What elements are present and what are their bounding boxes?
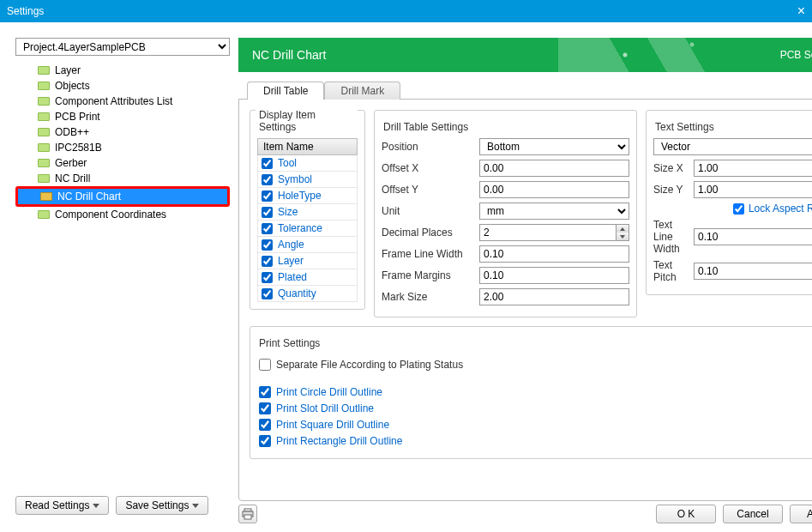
print-square-checkbox[interactable]: Print Square Drill Outline — [259, 419, 812, 431]
folder-icon — [38, 143, 50, 152]
tree-item-odb[interactable]: ODB++ — [15, 124, 230, 140]
item-name-header: Item Name — [257, 138, 358, 155]
tree-item-layer[interactable]: Layer — [15, 63, 230, 78]
folder-icon — [38, 210, 50, 219]
display-item-tolerance[interactable]: Tolerance — [257, 221, 358, 237]
save-settings-button[interactable]: Save Settings — [116, 496, 208, 515]
folder-icon — [38, 174, 50, 183]
folder-icon — [38, 128, 50, 136]
print-slot-checkbox[interactable]: Print Slot Drill Outline — [259, 402, 812, 414]
ok-button[interactable]: O K — [656, 505, 716, 523]
tab-drill-mark[interactable]: Drill Mark — [324, 82, 400, 100]
folder-icon — [38, 159, 50, 167]
separate-file-checkbox[interactable]: Separate File According to Plating Statu… — [259, 359, 812, 371]
display-item-symbol[interactable]: Symbol — [257, 172, 358, 188]
settings-tree: Layer Objects Component Attributes List … — [15, 63, 230, 489]
display-item-size[interactable]: Size — [257, 204, 358, 221]
lock-aspect-checkbox[interactable]: Lock Aspect Ratio — [733, 203, 812, 215]
cancel-button[interactable]: Cancel — [723, 505, 783, 523]
tab-drill-table[interactable]: Drill Table — [247, 82, 324, 100]
page-subtitle: PCB Setting — [780, 49, 812, 61]
print-rectangle-checkbox[interactable]: Print Rectangle Drill Outline — [259, 435, 812, 447]
display-item-tool[interactable]: Tool — [257, 155, 358, 172]
display-item-quantity[interactable]: Quantity — [257, 286, 358, 302]
text-settings-group: Text Settings Vector Size X Size Y Lock … — [646, 110, 812, 295]
close-icon[interactable]: × — [797, 3, 805, 19]
display-item-angle[interactable]: Angle — [257, 237, 358, 253]
tree-item-ipc[interactable]: IPC2581B — [15, 140, 230, 155]
unit-select[interactable]: mm — [479, 203, 629, 220]
tree-item-objects[interactable]: Objects — [15, 78, 230, 94]
tree-item-gerber[interactable]: Gerber — [15, 155, 230, 171]
text-pitch-input[interactable] — [694, 263, 812, 280]
font-select[interactable]: Vector — [653, 138, 812, 155]
mark-size-input[interactable] — [479, 288, 629, 305]
folder-open-icon — [40, 192, 52, 201]
decimal-spinner[interactable] — [616, 224, 629, 241]
banner-decoration — [558, 38, 781, 72]
apply-button[interactable]: Apply — [790, 505, 812, 523]
read-settings-button[interactable]: Read Settings — [15, 496, 109, 515]
chevron-down-icon — [93, 504, 99, 508]
display-item-holetype[interactable]: HoleType — [257, 188, 358, 204]
print-settings-group: Print Settings Separate File According t… — [250, 326, 812, 459]
print-button[interactable] — [238, 505, 257, 523]
folder-icon — [38, 97, 50, 106]
folder-icon — [38, 82, 50, 90]
decimal-places-input[interactable] — [479, 224, 616, 241]
tree-item-component-attributes[interactable]: Component Attributes List — [15, 94, 230, 109]
project-selector[interactable]: Project.4LayerSamplePCB — [15, 38, 230, 56]
tree-item-pcb-print[interactable]: PCB Print — [15, 109, 230, 124]
page-title: NC Drill Chart — [252, 48, 326, 62]
title-bar: Settings × — [0, 0, 812, 22]
drill-table-settings-group: Drill Table Settings PositionBottom Offs… — [374, 110, 637, 317]
frame-margins-input[interactable] — [479, 267, 629, 284]
highlight-annotation: NC Drill Chart — [15, 186, 230, 207]
tree-item-component-coordinates[interactable]: Component Coordinates — [15, 207, 230, 222]
frame-line-width-input[interactable] — [479, 245, 629, 263]
folder-icon — [38, 66, 50, 75]
tree-item-nc-drill[interactable]: NC Drill — [15, 171, 230, 186]
offset-x-input[interactable] — [479, 160, 629, 177]
display-item-layer[interactable]: Layer — [257, 253, 358, 269]
position-select[interactable]: Bottom — [479, 138, 629, 155]
tree-item-nc-drill-chart[interactable]: NC Drill Chart — [18, 189, 227, 204]
offset-y-input[interactable] — [479, 181, 629, 198]
chevron-down-icon — [192, 504, 199, 508]
display-item-plated[interactable]: Plated — [257, 269, 358, 286]
print-circle-checkbox[interactable]: Print Circle Drill Outline — [259, 386, 812, 398]
size-y-input[interactable] — [694, 181, 812, 198]
page-banner: NC Drill Chart PCB Setting — [238, 38, 812, 72]
window-title: Settings — [7, 5, 44, 17]
display-item-settings-group: Display Item Settings Item Name Tool Sym… — [250, 110, 365, 310]
printer-icon — [242, 508, 254, 520]
text-line-width-input[interactable] — [694, 228, 812, 245]
folder-icon — [38, 112, 50, 121]
svg-rect-2 — [244, 515, 251, 519]
size-x-input[interactable] — [694, 160, 812, 177]
